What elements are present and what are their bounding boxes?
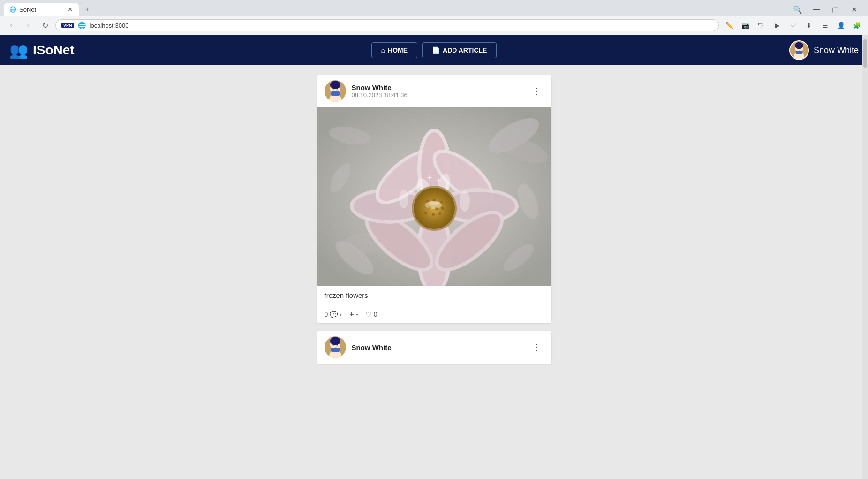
post-info: Snow White 08.10.2023 18:41:36 bbox=[352, 84, 524, 99]
nav-buttons: ⌂ HOME 📄 ADD ARTICLE bbox=[371, 42, 497, 58]
comment-count: 0 bbox=[325, 311, 328, 318]
svg-point-7 bbox=[797, 47, 798, 49]
svg-rect-68 bbox=[331, 348, 340, 352]
feed-container: Snow White 08.10.2023 18:41:36 ⋮ bbox=[317, 75, 551, 364]
toolbar-account-icon[interactable]: 👤 bbox=[834, 19, 847, 32]
back-button[interactable]: ‹ bbox=[5, 19, 18, 32]
tab-favicon: 🌐 bbox=[9, 6, 16, 13]
heart-icon: ♡ bbox=[366, 311, 372, 318]
post-card: Snow White 08.10.2023 18:41:36 ⋮ bbox=[317, 75, 551, 323]
toolbar-download-icon[interactable]: ⬇ bbox=[802, 19, 815, 32]
toolbar-actions: ✏️ 📷 🛡 ▶ ♡ ⬇ ☰ 👤 🧩 bbox=[723, 19, 863, 32]
svg-point-66 bbox=[330, 337, 340, 345]
svg-point-39 bbox=[399, 190, 408, 208]
vpn-badge: VPN bbox=[61, 23, 74, 28]
svg-point-8 bbox=[800, 47, 801, 49]
browser-toolbar: ‹ › ↻ VPN 🌐 localhost:3000 ✏️ 📷 🛡 ▶ ♡ ⬇ … bbox=[0, 16, 868, 35]
svg-point-15 bbox=[336, 88, 338, 90]
toolbar-shield-icon[interactable]: 🛡 bbox=[755, 19, 768, 32]
comment-icon: 💬 bbox=[330, 311, 338, 318]
tab-title: SoNet bbox=[19, 6, 36, 13]
like-button[interactable]: ♡ 0 bbox=[366, 311, 377, 318]
tab-close-button[interactable]: ✕ bbox=[68, 6, 73, 13]
toolbar-heart-icon[interactable]: ♡ bbox=[786, 19, 800, 32]
post-date: 08.10.2023 18:41:36 bbox=[352, 91, 524, 99]
svg-point-69 bbox=[332, 344, 334, 346]
active-tab[interactable]: 🌐 SoNet ✕ bbox=[4, 3, 79, 16]
new-tab-button[interactable]: + bbox=[81, 3, 94, 16]
svg-point-14 bbox=[332, 88, 334, 90]
post-card-partial: Snow White ⋮ bbox=[317, 331, 551, 364]
svg-rect-6 bbox=[796, 51, 802, 54]
tab-bar: 🌐 SoNet ✕ + 🔍 — ▢ ✕ bbox=[0, 0, 868, 16]
scrollbar-thumb[interactable] bbox=[863, 39, 867, 68]
add-article-label: ADD ARTICLE bbox=[443, 46, 487, 54]
add-reaction-button[interactable]: + ▾ bbox=[349, 310, 358, 319]
svg-point-56 bbox=[432, 213, 435, 216]
toolbar-extensions-icon[interactable]: 🧩 bbox=[850, 19, 863, 32]
user-section: Snow White bbox=[497, 40, 859, 60]
toolbar-camera-icon[interactable]: 📷 bbox=[739, 19, 752, 32]
add-article-nav-button[interactable]: 📄 ADD ARTICLE bbox=[422, 42, 497, 58]
add-chevron: ▾ bbox=[356, 312, 358, 317]
post-author-avatar[interactable] bbox=[325, 80, 346, 102]
user-avatar[interactable] bbox=[789, 40, 809, 60]
post-header-2: Snow White ⋮ bbox=[317, 331, 551, 364]
svg-point-57 bbox=[438, 212, 441, 215]
post-info-2: Snow White bbox=[352, 343, 524, 351]
add-article-icon: 📄 bbox=[432, 46, 440, 54]
flower-svg bbox=[317, 107, 551, 286]
toolbar-list-icon[interactable]: ☰ bbox=[818, 19, 831, 32]
svg-rect-13 bbox=[331, 91, 340, 96]
main-content: Snow White 08.10.2023 18:41:36 ⋮ bbox=[0, 65, 868, 479]
add-icon: + bbox=[349, 310, 354, 319]
logo-text: ISoNet bbox=[33, 43, 75, 58]
svg-point-55 bbox=[424, 212, 427, 214]
post-image bbox=[317, 107, 551, 286]
post-caption: frozen flowers bbox=[317, 286, 551, 305]
logo-users-icon: 👥 bbox=[9, 41, 28, 59]
scrollbar[interactable] bbox=[862, 35, 868, 479]
comment-button[interactable]: 0 💬 ▾ bbox=[325, 311, 342, 318]
like-count: 0 bbox=[374, 311, 377, 318]
toolbar-edit-icon[interactable]: ✏️ bbox=[723, 19, 736, 32]
svg-point-40 bbox=[460, 191, 470, 212]
user-name: Snow White bbox=[814, 46, 859, 55]
caption-text: frozen flowers bbox=[325, 291, 368, 299]
toolbar-play-icon[interactable]: ▶ bbox=[770, 19, 784, 32]
app-logo[interactable]: 👥 ISoNet bbox=[9, 41, 371, 59]
forward-button[interactable]: › bbox=[22, 19, 35, 32]
home-icon: ⌂ bbox=[381, 46, 385, 54]
svg-point-11 bbox=[330, 81, 340, 89]
svg-point-70 bbox=[336, 344, 338, 346]
svg-point-54 bbox=[441, 207, 444, 210]
post-menu-button-2[interactable]: ⋮ bbox=[530, 340, 544, 354]
post-author-name-2: Snow White bbox=[352, 343, 524, 351]
home-nav-button[interactable]: ⌂ HOME bbox=[371, 42, 417, 58]
globe-icon: 🌐 bbox=[78, 22, 86, 29]
reload-button[interactable]: ↻ bbox=[38, 19, 52, 32]
comment-chevron: ▾ bbox=[340, 312, 342, 317]
browser-chrome: 🌐 SoNet ✕ + 🔍 — ▢ ✕ ‹ › ↻ VPN 🌐 localhos… bbox=[0, 0, 868, 35]
minimize-button[interactable]: — bbox=[810, 3, 823, 16]
post-header: Snow White 08.10.2023 18:41:36 ⋮ bbox=[317, 75, 551, 107]
address-bar[interactable]: VPN 🌐 localhost:3000 bbox=[55, 19, 719, 31]
post-menu-button[interactable]: ⋮ bbox=[530, 84, 544, 98]
post-actions: 0 💬 ▾ + ▾ ♡ 0 bbox=[317, 305, 551, 323]
post-author-avatar-2[interactable] bbox=[325, 336, 346, 358]
svg-point-59 bbox=[429, 201, 440, 205]
avatar-image bbox=[790, 40, 808, 60]
search-button[interactable]: 🔍 bbox=[791, 3, 804, 16]
maximize-button[interactable]: ▢ bbox=[829, 3, 842, 16]
home-label: HOME bbox=[388, 46, 408, 54]
url-display: localhost:3000 bbox=[90, 22, 713, 29]
post-author-name: Snow White bbox=[352, 84, 524, 91]
close-button[interactable]: ✕ bbox=[847, 3, 860, 16]
app-navbar: 👥 ISoNet ⌂ HOME 📄 ADD ARTICLE bbox=[0, 35, 868, 65]
